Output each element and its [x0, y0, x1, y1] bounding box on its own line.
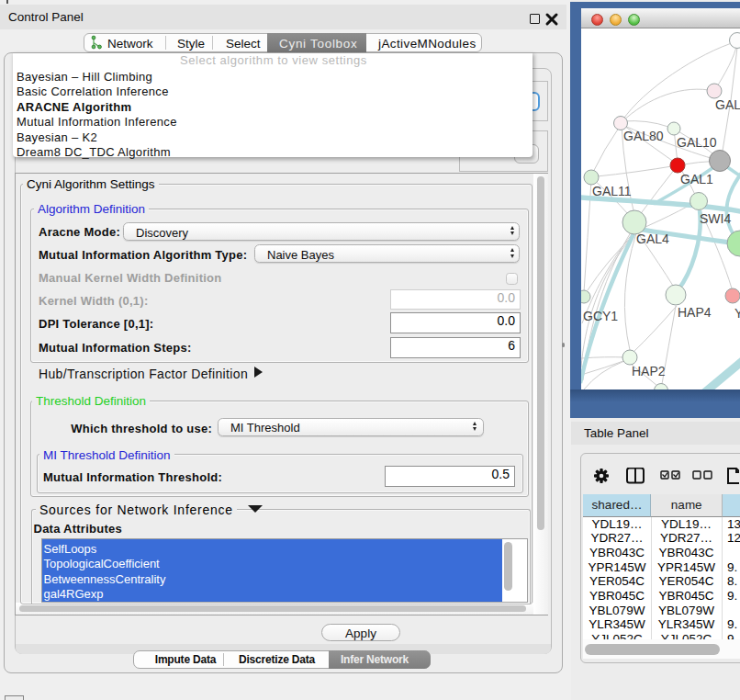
- svg-text:GAL1: GAL1: [680, 172, 713, 186]
- svg-text:GAL80: GAL80: [623, 129, 664, 143]
- svg-text:GAL4: GAL4: [636, 231, 669, 246]
- svg-text:GCY1: GCY1: [583, 309, 618, 323]
- svg-text:HAP4: HAP4: [678, 305, 712, 320]
- svg-text:HAP2: HAP2: [632, 364, 666, 378]
- svg-text:GAL: GAL: [715, 97, 740, 112]
- svg-text:Y: Y: [734, 306, 740, 321]
- svg-text:SWI4: SWI4: [700, 211, 731, 226]
- svg-text:GAL10: GAL10: [677, 135, 717, 150]
- svg-text:GAL11: GAL11: [592, 184, 632, 198]
